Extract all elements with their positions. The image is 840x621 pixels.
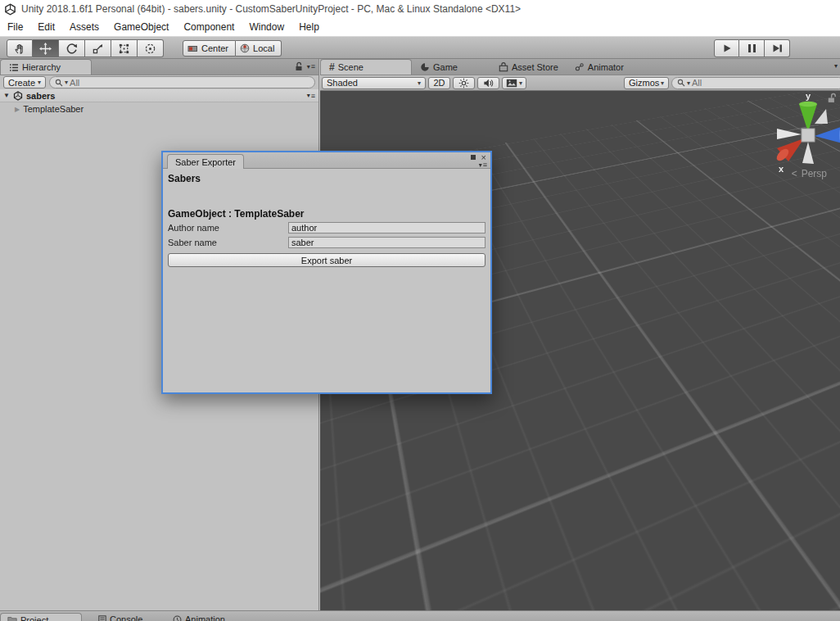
step-icon — [772, 43, 783, 53]
hierarchy-tabstrip: Hierarchy ▾≡ — [0, 59, 318, 75]
axis-z-icon[interactable] — [815, 127, 840, 143]
pivot-group: Center Local — [183, 40, 282, 57]
unity-scene-icon — [13, 91, 23, 101]
tab-console[interactable]: Console — [92, 613, 149, 621]
hierarchy-search-placeholder: All — [70, 78, 79, 88]
window-title: Unity 2018.1.6f1 Personal (64bit) - sabe… — [21, 3, 521, 15]
play-icon — [722, 43, 732, 53]
pane-menu-icon[interactable]: ▾≡ — [479, 161, 487, 169]
rotate-tool-button[interactable] — [59, 39, 85, 57]
tab-saber-exporter[interactable]: Saber Exporter — [167, 154, 244, 169]
menu-assets[interactable]: Assets — [62, 19, 106, 35]
search-filter-chevron-icon: ▾ — [687, 79, 690, 87]
menu-gameobject[interactable]: GameObject — [106, 19, 176, 35]
export-saber-button[interactable]: Export saber — [168, 253, 485, 267]
axis-negative-icon[interactable] — [815, 109, 828, 124]
move-tool-button[interactable] — [33, 39, 59, 57]
gizmo-cube-icon[interactable] — [802, 129, 815, 142]
scene-search-input[interactable]: ▾ All — [671, 77, 840, 89]
pivot-center-button[interactable]: Center — [183, 40, 236, 57]
audio-toggle-button[interactable] — [477, 77, 499, 89]
lighting-toggle-button[interactable] — [453, 77, 475, 89]
projection-toggle[interactable]: < Persp — [792, 168, 827, 179]
hierarchy-scene-row[interactable]: ▼ sabers ▾≡ — [0, 89, 318, 102]
scale-tool-button[interactable] — [85, 39, 111, 57]
pane-menu-icon[interactable]: ▾≡ — [307, 62, 315, 70]
hierarchy-search-input[interactable]: ▾ All — [49, 76, 315, 88]
2d-toggle-button[interactable]: 2D — [428, 77, 450, 89]
move-icon — [39, 43, 52, 55]
scene-view-toolbar: Shaded ▾ 2D ▾ Gizmos ▾ ▾ All — [320, 75, 840, 91]
menu-help[interactable]: Help — [291, 19, 327, 35]
menu-edit[interactable]: Edit — [30, 19, 62, 35]
asset-store-tab-icon — [499, 62, 508, 72]
scale-icon — [92, 43, 104, 55]
tab-project[interactable]: Project — [0, 613, 82, 621]
transform-icon — [144, 43, 156, 55]
scene-row-menu-icon[interactable]: ▾≡ — [307, 92, 315, 100]
orientation-gizmo[interactable]: y z x — [767, 91, 840, 178]
tab-hierarchy[interactable]: Hierarchy — [0, 59, 92, 75]
saber-name-label: Saber name — [168, 238, 288, 247]
tab-asset-store[interactable]: Asset Store — [490, 59, 567, 75]
rect-transform-icon — [118, 43, 130, 55]
rotation-local-button[interactable]: Local — [236, 40, 282, 57]
hand-tool-button[interactable] — [7, 39, 33, 57]
speaker-icon — [483, 78, 494, 88]
bottom-tab-bar: Project Console Animation — [0, 610, 840, 621]
foldout-closed-icon[interactable]: ▶ — [15, 106, 20, 113]
axis-negative-icon[interactable] — [777, 129, 802, 139]
menu-bar: File Edit Assets GameObject Component Wi… — [0, 18, 840, 36]
persp-caret-icon: < — [792, 168, 797, 179]
play-button[interactable] — [714, 39, 739, 57]
saber-name-field[interactable] — [288, 237, 485, 248]
axis-y-icon[interactable] — [799, 104, 817, 132]
saber-exporter-titlebar[interactable]: Saber Exporter × ▾≡ — [163, 152, 490, 169]
transform-tool-group — [7, 39, 164, 57]
close-icon[interactable]: × — [481, 153, 486, 161]
tabstrip-menu-icon[interactable]: ▾ — [834, 62, 838, 70]
gizmos-dropdown[interactable]: Gizmos ▾ — [624, 77, 669, 89]
console-icon — [98, 615, 106, 621]
shading-mode-dropdown[interactable]: Shaded ▾ — [322, 77, 426, 89]
chevron-down-icon: ▾ — [418, 79, 421, 87]
main-toolbar: Center Local — [0, 36, 840, 59]
gameobject-line: GameObject : TemplateSaber — [168, 208, 485, 220]
menu-window[interactable]: Window — [242, 19, 291, 35]
scene-search-placeholder: All — [692, 78, 702, 88]
game-tab-icon — [420, 62, 430, 72]
lock-icon[interactable] — [826, 93, 836, 103]
rect-tool-button[interactable] — [111, 39, 138, 57]
menu-file[interactable]: File — [0, 19, 30, 35]
transform-tool-button[interactable] — [138, 39, 164, 57]
step-button[interactable] — [765, 39, 790, 57]
hierarchy-list-icon — [9, 63, 19, 72]
chevron-down-icon: ▾ — [661, 79, 664, 87]
author-name-field[interactable] — [288, 222, 485, 233]
tab-scene[interactable]: # Scene — [320, 59, 412, 75]
scene-tab-icon: # — [329, 61, 335, 73]
axis-x-label: x — [779, 164, 784, 174]
menu-component[interactable]: Component — [176, 19, 242, 35]
axis-y-label: y — [806, 91, 811, 101]
search-filter-chevron-icon: ▾ — [65, 79, 68, 86]
scene-name: sabers — [26, 91, 55, 101]
effects-dropdown[interactable]: ▾ — [502, 77, 526, 89]
tab-game[interactable]: Game — [412, 59, 466, 75]
author-name-label: Author name — [168, 223, 288, 233]
foldout-open-icon[interactable]: ▼ — [3, 92, 10, 99]
axis-negative-icon[interactable] — [802, 142, 814, 164]
maximize-icon[interactable] — [471, 155, 476, 160]
hierarchy-item-templatesaber[interactable]: ▶ TemplateSaber — [0, 102, 318, 116]
unity-logo-icon — [4, 3, 16, 16]
folder-icon — [7, 616, 17, 621]
tab-animation[interactable]: Animation — [166, 613, 232, 621]
hand-icon — [14, 43, 26, 55]
pause-button[interactable] — [739, 39, 765, 57]
window-titlebar: Unity 2018.1.6f1 Personal (64bit) - sabe… — [0, 0, 840, 18]
sun-icon — [458, 78, 469, 88]
image-icon — [506, 79, 517, 88]
lock-icon[interactable] — [295, 61, 303, 71]
tab-animator[interactable]: Animator — [567, 59, 632, 75]
create-button[interactable]: Create ▾ — [3, 76, 46, 88]
